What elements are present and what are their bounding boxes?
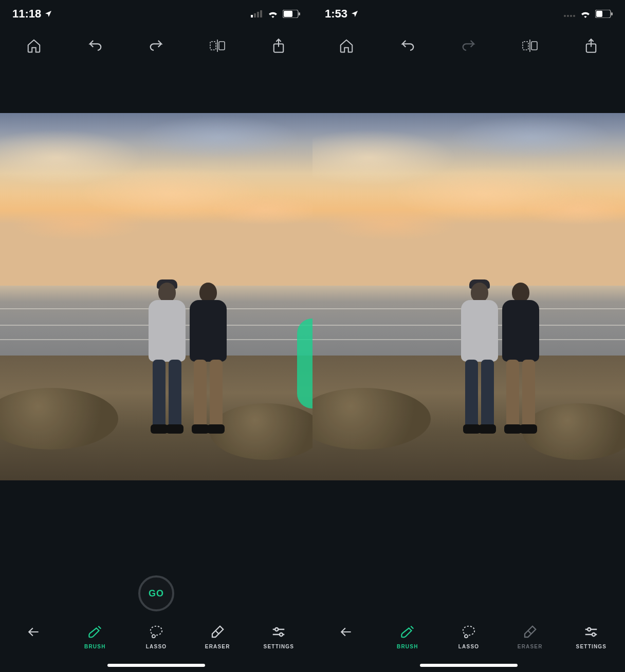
svg-rect-8	[219, 42, 225, 50]
tool-brush[interactable]: BRUSH	[64, 624, 125, 649]
tool-lasso[interactable]: LASSO	[125, 624, 187, 649]
home-button[interactable]	[331, 35, 362, 56]
brush-stroke[interactable]	[297, 319, 312, 408]
back-button[interactable]: .	[3, 625, 64, 648]
tool-lasso-label: LASSO	[458, 644, 479, 649]
redo-button[interactable]	[141, 35, 172, 56]
screen-left: 11:18	[0, 0, 312, 672]
svg-rect-2	[257, 12, 259, 17]
battery-icon	[283, 10, 300, 18]
go-button-label: GO	[149, 588, 164, 599]
settings-icon	[583, 624, 599, 640]
status-bar: 11:18	[0, 0, 312, 28]
undo-button[interactable]	[392, 35, 423, 56]
svg-rect-24	[531, 42, 537, 50]
back-button[interactable]: .	[316, 625, 377, 648]
svg-point-27	[463, 626, 475, 635]
photo-person-1	[456, 279, 503, 444]
tool-brush-label: BRUSH	[84, 644, 106, 649]
screen-right: 1:53	[312, 0, 625, 672]
brush-icon	[87, 624, 103, 640]
share-button[interactable]	[576, 35, 606, 56]
tool-eraser[interactable]: ERASER	[500, 624, 561, 649]
location-icon	[351, 10, 359, 18]
eraser-icon	[522, 624, 538, 640]
svg-point-29	[588, 627, 591, 630]
svg-rect-22	[596, 11, 602, 17]
svg-point-15	[280, 632, 283, 636]
tool-settings-label: SETTINGS	[264, 644, 295, 649]
svg-point-11	[151, 626, 162, 635]
brush-icon	[400, 624, 415, 640]
tool-brush-label: BRUSH	[397, 644, 418, 649]
battery-icon	[595, 10, 613, 18]
photo-person-2	[185, 279, 231, 444]
svg-rect-3	[260, 10, 262, 17]
tool-settings[interactable]: SETTINGS	[561, 624, 622, 649]
wifi-icon	[267, 10, 279, 18]
svg-point-19	[573, 15, 575, 17]
svg-rect-7	[210, 42, 216, 50]
photo[interactable]	[0, 113, 312, 480]
undo-button[interactable]	[80, 35, 111, 56]
status-time: 11:18	[12, 7, 41, 21]
top-toolbar	[312, 28, 625, 64]
lasso-icon	[149, 624, 164, 640]
share-button[interactable]	[263, 35, 294, 56]
svg-point-31	[592, 632, 595, 636]
cellular-icon	[251, 10, 263, 17]
wifi-icon	[580, 10, 591, 18]
svg-rect-1	[254, 13, 256, 17]
tool-eraser-label: ERASER	[518, 644, 543, 649]
status-bar: 1:53	[312, 0, 625, 28]
svg-rect-6	[284, 11, 292, 17]
go-button[interactable]: GO	[138, 575, 174, 611]
svg-rect-21	[611, 12, 613, 15]
tool-settings-label: SETTINGS	[576, 644, 607, 649]
compare-button[interactable]	[202, 35, 233, 56]
svg-point-13	[275, 627, 279, 630]
location-icon	[44, 10, 52, 18]
tool-eraser-label: ERASER	[205, 644, 230, 649]
svg-point-16	[564, 15, 566, 17]
svg-rect-23	[523, 42, 528, 50]
lasso-icon	[461, 624, 476, 640]
photo[interactable]	[312, 113, 625, 480]
top-toolbar	[0, 28, 312, 64]
canvas-area[interactable]	[312, 64, 625, 571]
home-indicator[interactable]	[107, 664, 205, 667]
svg-point-17	[567, 15, 569, 17]
tool-lasso[interactable]: LASSO	[438, 624, 499, 649]
tool-brush[interactable]: BRUSH	[377, 624, 438, 649]
svg-rect-0	[251, 15, 253, 17]
photo-person-1	[144, 279, 190, 444]
redo-button	[453, 35, 484, 56]
status-time: 1:53	[325, 7, 347, 21]
cellular-icon	[563, 10, 576, 17]
home-indicator[interactable]	[420, 664, 518, 667]
home-button[interactable]	[19, 35, 49, 56]
tool-eraser[interactable]: ERASER	[187, 624, 248, 649]
photo-person-2	[498, 279, 544, 444]
tool-settings[interactable]: SETTINGS	[248, 624, 309, 649]
svg-point-18	[570, 15, 572, 17]
settings-icon	[271, 624, 286, 640]
eraser-icon	[210, 624, 225, 640]
tool-lasso-label: LASSO	[146, 644, 167, 649]
compare-button[interactable]	[514, 35, 545, 56]
canvas-area[interactable]	[0, 64, 312, 571]
action-row: GO	[0, 571, 312, 615]
svg-rect-5	[299, 12, 300, 15]
